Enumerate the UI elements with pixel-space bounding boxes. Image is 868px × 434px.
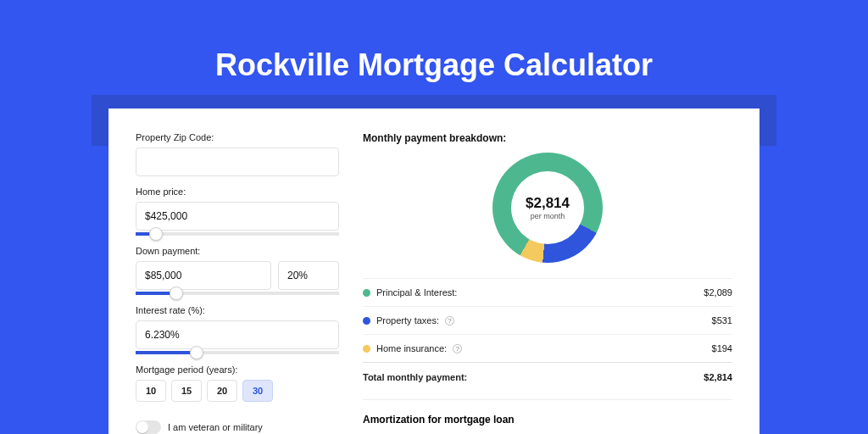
down-payment-label: Down payment: (136, 246, 339, 256)
down-payment-pct-input[interactable] (278, 261, 339, 290)
veteran-toggle[interactable] (136, 420, 161, 434)
period-option-10[interactable]: 10 (136, 380, 166, 402)
principal-label: Principal & Interest: (376, 287, 457, 298)
home-price-input[interactable] (136, 202, 339, 231)
down-payment-slider[interactable] (136, 292, 339, 295)
principal-value: $2,089 (704, 287, 732, 298)
legend-dot-insurance (363, 345, 370, 353)
interest-label: Interest rate (%): (136, 305, 339, 315)
info-icon[interactable]: ? (445, 316, 454, 326)
info-icon[interactable]: ? (453, 344, 462, 353)
taxes-value: $531 (712, 315, 732, 326)
calculator-card: Property Zip Code: Home price: Down paym… (108, 108, 760, 434)
legend-dot-taxes (363, 317, 370, 325)
veteran-label: I am veteran or military (168, 422, 263, 432)
period-label: Mortgage period (years): (136, 364, 339, 375)
interest-input[interactable] (136, 320, 339, 349)
period-option-15[interactable]: 15 (171, 380, 202, 402)
total-value: $2,814 (704, 372, 732, 382)
period-option-20[interactable]: 20 (207, 380, 237, 402)
total-label: Total monthly payment: (363, 372, 467, 382)
insurance-value: $194 (712, 343, 732, 353)
donut-sublabel: per month (531, 212, 565, 220)
down-payment-input[interactable] (136, 261, 271, 290)
insurance-label: Home insurance: (376, 343, 447, 353)
donut-amount: $2,814 (526, 195, 570, 212)
zip-label: Property Zip Code: (136, 132, 339, 142)
amortization-title: Amortization for mortgage loan (363, 414, 732, 426)
page-title: Rockville Mortgage Calculator (0, 0, 868, 83)
home-price-label: Home price: (136, 186, 339, 197)
period-options: 10152030 (136, 380, 339, 402)
amortization-section: Amortization for mortgage loan Amortizat… (363, 399, 732, 434)
payment-donut-chart: $2,814 per month (492, 153, 603, 263)
period-option-30[interactable]: 30 (242, 380, 273, 402)
legend-dot-principal (363, 289, 370, 297)
breakdown-title: Monthly payment breakdown: (363, 132, 732, 144)
results-panel: Monthly payment breakdown: $2,814 per mo… (363, 132, 732, 434)
zip-input[interactable] (136, 147, 339, 176)
interest-slider[interactable] (136, 351, 339, 354)
taxes-label: Property taxes: (376, 315, 439, 326)
home-price-slider[interactable] (136, 232, 339, 236)
inputs-panel: Property Zip Code: Home price: Down paym… (136, 132, 339, 434)
